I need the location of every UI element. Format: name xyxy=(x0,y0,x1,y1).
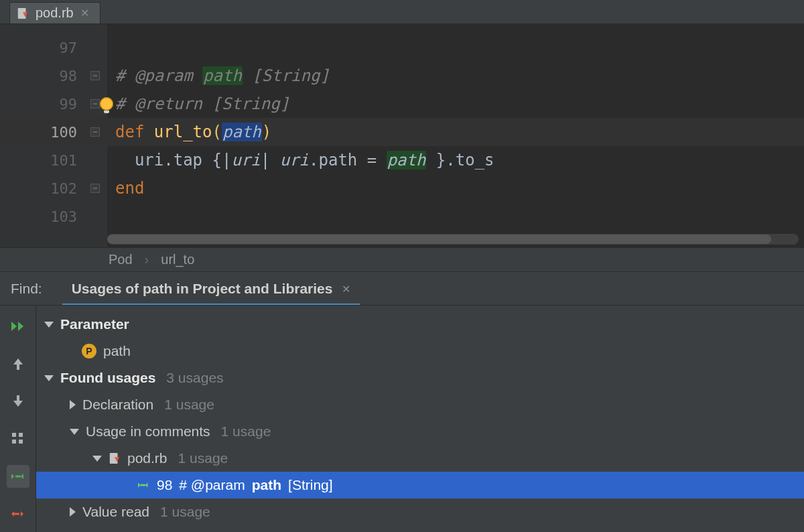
code-line: end xyxy=(107,174,804,202)
tree-group-comments[interactable]: Usage in comments 1 usage xyxy=(36,418,804,445)
scrollbar-thumb[interactable] xyxy=(107,235,771,244)
rerun-icon xyxy=(10,320,26,332)
fold-handle-icon[interactable] xyxy=(90,184,100,193)
gutter-line: 98 xyxy=(0,62,107,90)
code-line: uri.tap {|uri| uri.path = path }.to_s xyxy=(107,146,804,174)
file-name: pod.rb xyxy=(127,450,168,466)
expand-toggle-icon[interactable] xyxy=(92,456,102,462)
svg-rect-4 xyxy=(12,433,16,437)
editor-content[interactable]: # @param path [String] # @return [String… xyxy=(107,24,804,247)
tree-param-row[interactable]: P path xyxy=(36,338,804,364)
svg-marker-2 xyxy=(11,322,17,331)
tree-header-parameter[interactable]: Parameter xyxy=(36,311,804,338)
ruby-file-icon xyxy=(109,452,121,464)
find-label: Find: xyxy=(11,281,42,297)
breadcrumb: Pod › url_to xyxy=(0,247,804,271)
prev-occurrence-button[interactable] xyxy=(7,352,29,375)
close-icon[interactable]: ✕ xyxy=(80,8,89,19)
grid-icon xyxy=(11,431,25,446)
find-toolbar xyxy=(0,306,36,532)
file-tab-pod-rb[interactable]: pod.rb ✕ xyxy=(9,2,100,23)
find-panel-body: Parameter P path Found usages 3 usages D… xyxy=(0,305,804,532)
usages-tree[interactable]: Parameter P path Found usages 3 usages D… xyxy=(36,306,804,532)
editor-gutter: 97 98 99 100 101 102 103 xyxy=(0,24,107,247)
next-occurrence-button[interactable] xyxy=(7,390,29,413)
gutter-line: 100 xyxy=(0,118,107,146)
usage-count: 3 usages xyxy=(166,370,223,386)
tree-file-row[interactable]: pod.rb 1 usage xyxy=(36,445,804,472)
horizontal-scrollbar[interactable] xyxy=(107,234,799,245)
expand-toggle-icon[interactable] xyxy=(70,507,76,517)
diff-red-icon xyxy=(10,508,26,520)
fold-handle-icon[interactable] xyxy=(90,127,100,137)
tree-group-declaration[interactable]: Declaration 1 usage xyxy=(36,391,804,418)
tree-param-name: path xyxy=(103,343,131,359)
tree-group-value-read[interactable]: Value read 1 usage xyxy=(36,498,804,525)
parameter-badge-icon: P xyxy=(82,344,96,358)
group-label: Value read xyxy=(82,504,149,520)
read-access-icon xyxy=(138,479,150,491)
usage-line-number: 98 xyxy=(157,477,172,493)
breadcrumb-item[interactable]: Pod xyxy=(109,252,133,267)
svg-rect-6 xyxy=(12,440,16,444)
usage-text-suffix: [String] xyxy=(288,477,333,493)
group-label: Usage in comments xyxy=(86,423,210,440)
diff-green-icon xyxy=(10,470,26,482)
tree-header-label: Found usages xyxy=(60,370,155,386)
code-line: # @return [String] xyxy=(107,90,804,118)
code-editor[interactable]: 97 98 99 100 101 102 103 # @param path [… xyxy=(0,24,804,247)
usage-match-word: path xyxy=(252,477,281,493)
arrow-up-icon xyxy=(11,356,25,371)
fold-handle-icon[interactable] xyxy=(90,71,100,80)
code-line: # @param path [String] xyxy=(107,62,804,90)
group-by-button[interactable] xyxy=(7,427,29,450)
expand-toggle-icon[interactable] xyxy=(70,400,76,409)
code-line xyxy=(107,202,804,230)
svg-marker-3 xyxy=(18,322,23,331)
gutter-line: 102 xyxy=(0,174,107,202)
gutter-line: 103 xyxy=(0,202,107,230)
preview-toggle-button[interactable] xyxy=(7,465,29,488)
code-line: def url_to(path) xyxy=(107,118,804,146)
ruby-file-icon xyxy=(17,7,29,19)
usage-count: 1 usage xyxy=(178,450,228,466)
usage-count: 1 usage xyxy=(221,423,271,440)
arrow-down-icon xyxy=(11,394,25,409)
code-line xyxy=(107,34,804,62)
tree-header-label: Parameter xyxy=(60,316,129,332)
tree-header-found[interactable]: Found usages 3 usages xyxy=(36,364,804,391)
svg-rect-5 xyxy=(19,433,23,437)
breadcrumb-item[interactable]: url_to xyxy=(161,252,194,267)
usage-count: 1 usage xyxy=(164,397,214,413)
editor-tabbar: pod.rb ✕ xyxy=(0,0,804,24)
close-icon[interactable]: ✕ xyxy=(342,283,350,295)
gutter-line: 97 xyxy=(0,34,107,62)
export-button[interactable] xyxy=(7,503,29,525)
fold-handle-icon[interactable] xyxy=(90,99,100,109)
tree-usage-row[interactable]: 98 # @param path [String] xyxy=(36,472,804,498)
gutter-line: 101 xyxy=(0,146,107,174)
find-tab-title: Usages of path in Project and Libraries xyxy=(72,281,333,297)
expand-toggle-icon[interactable] xyxy=(70,429,79,435)
file-tab-label: pod.rb xyxy=(36,5,74,21)
usage-text-prefix: # @param xyxy=(179,477,245,493)
find-results-tab[interactable]: Usages of path in Project and Libraries … xyxy=(62,275,360,306)
svg-rect-7 xyxy=(19,440,23,444)
expand-toggle-icon[interactable] xyxy=(44,322,54,328)
gutter-line: 99 xyxy=(0,90,107,118)
chevron-right-icon: › xyxy=(145,252,149,267)
usage-count: 1 usage xyxy=(160,504,210,520)
rerun-button[interactable] xyxy=(7,315,29,338)
find-panel-header: Find: Usages of path in Project and Libr… xyxy=(0,271,804,305)
expand-toggle-icon[interactable] xyxy=(44,375,54,381)
group-label: Declaration xyxy=(82,397,153,413)
